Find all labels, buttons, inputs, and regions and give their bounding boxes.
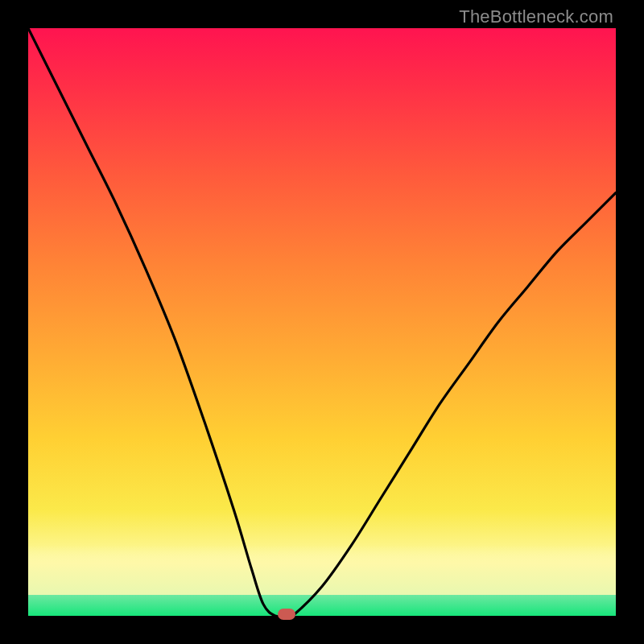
curve-layer [28,28,616,616]
chart-frame: TheBottleneck.com [0,0,644,644]
attribution-text: TheBottleneck.com [459,6,613,27]
bottleneck-curve [28,28,616,616]
optimal-point-marker [278,609,295,620]
